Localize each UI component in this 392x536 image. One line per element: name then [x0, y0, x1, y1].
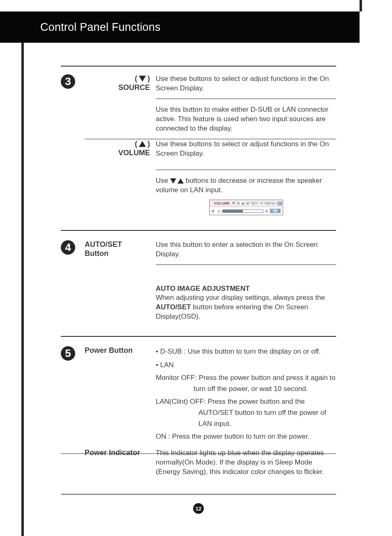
auto-image-body: When adjusting your display settings, al…	[156, 293, 336, 321]
osd-menu-label: MENU	[265, 201, 276, 205]
divider	[156, 265, 336, 265]
source-desc-2: Use this button to make either D-SUB or …	[156, 105, 336, 133]
footer-rule	[61, 494, 336, 495]
volume-label-text: VOLUME	[118, 149, 150, 157]
osd-set-label: SET	[251, 201, 258, 205]
triangle-up-icon	[242, 202, 244, 205]
source-desc-1: Use these buttons to select or adjust fu…	[156, 74, 336, 93]
speaker-icon	[212, 209, 216, 213]
volume-label: ( ) VOLUME	[85, 139, 150, 157]
volume-desc-2: Use buttons to decrease or increase the …	[156, 176, 336, 195]
svg-marker-0	[139, 76, 146, 81]
row-power: 5 Power Button • D-SUB : Use this button…	[61, 346, 336, 442]
volume-osd-graphic: VOLUME ⊟ ⊞ SET ✳ MENU ↵	[209, 200, 283, 215]
section-rule	[61, 230, 336, 231]
page-number-badge: 12	[193, 503, 204, 514]
divider	[156, 170, 336, 170]
source-label: ( ) SOURCE	[85, 74, 150, 92]
triangle-down-icon	[139, 76, 146, 82]
page-title: Control Panel Functions	[0, 21, 161, 34]
osd-volume-title: VOLUME	[214, 201, 230, 205]
autoset-desc: Use this button to enter a selection in …	[156, 240, 336, 259]
power-on: ON : Press the power button to turn on t…	[156, 431, 336, 442]
svg-marker-2	[170, 178, 176, 184]
power-indicator-desc: This Indicator lights up blue when the d…	[156, 448, 336, 476]
row-autoset: 4 AUTO/SET Button Use this button to ent…	[61, 240, 336, 321]
power-button-label: Power Button	[85, 346, 150, 355]
svg-marker-7	[212, 209, 214, 213]
row-source: 3 ( ) SOURCE Use these buttons to select…	[61, 74, 336, 133]
section-top-rule	[61, 66, 336, 67]
volume-value: 50	[270, 209, 281, 213]
power-desc: • D-SUB : Use this button to turn the di…	[156, 346, 336, 442]
power-lan-off: LAN(Clint) OFF: Press the power button a…	[156, 396, 336, 429]
numbered-badge-3: 3	[61, 74, 75, 89]
svg-marker-5	[232, 202, 235, 205]
content-area: 3 ( ) SOURCE Use these buttons to select…	[61, 66, 336, 514]
svg-marker-1	[139, 141, 146, 147]
section-rule	[61, 336, 336, 337]
divider	[156, 99, 336, 99]
page-edge-mark-top	[360, 0, 362, 12]
source-label-text: SOURCE	[118, 83, 150, 92]
volume-desc-1: Use these buttons to select or adjust fu…	[156, 139, 336, 158]
numbered-badge-5: 5	[61, 346, 75, 361]
numbered-badge-4: 4	[61, 240, 75, 255]
svg-marker-6	[242, 202, 244, 205]
autoset-label: AUTO/SET Button	[85, 240, 150, 258]
volume-bar	[222, 209, 263, 213]
auto-image-heading: AUTO IMAGE ADJUSTMENT	[156, 285, 336, 293]
triangle-up-icon	[139, 141, 146, 147]
header-band: Control Panel Functions	[0, 12, 360, 43]
svg-marker-3	[178, 178, 184, 184]
divider	[61, 453, 336, 454]
power-monitor-off: Monitor OFF: Press the power button and …	[156, 372, 336, 394]
power-indicator-label: Power Indicator	[85, 448, 150, 457]
triangle-down-icon	[170, 178, 176, 184]
power-lan: • LAN	[156, 359, 336, 370]
triangle-down-icon	[232, 202, 235, 205]
power-dsub: • D-SUB : Use this button to turn the di…	[156, 346, 336, 357]
triangle-up-icon	[178, 178, 184, 184]
page-edge-mark-left	[21, 12, 24, 536]
